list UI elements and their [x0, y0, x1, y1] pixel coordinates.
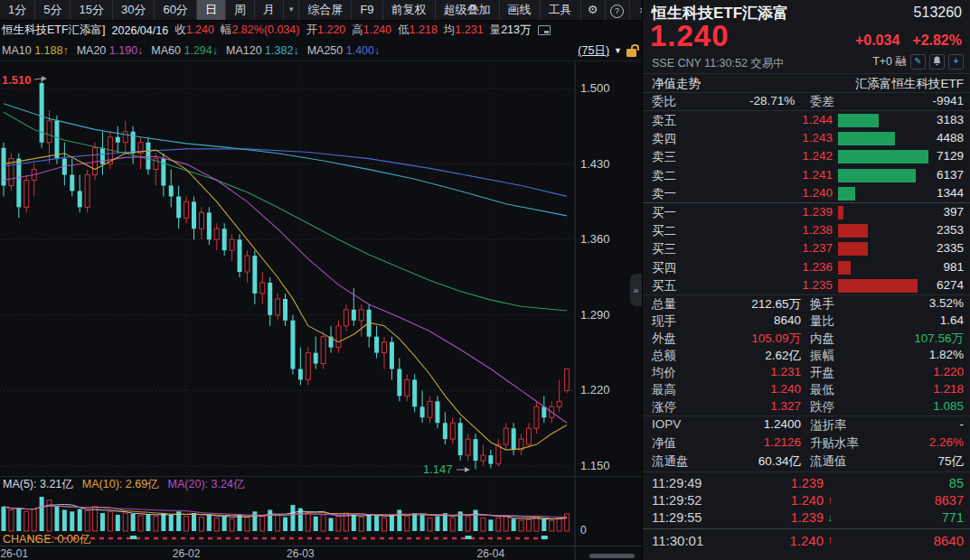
level-qty: 4488 — [937, 131, 964, 145]
field-label: 收 — [174, 23, 186, 36]
volma-label: MA(5): — [3, 478, 40, 490]
period-tab-周[interactable]: 周 — [226, 0, 255, 20]
period-tab-60分[interactable]: 60分 — [155, 0, 196, 20]
menu-综合屏[interactable]: 综合屏 — [299, 0, 352, 20]
unlock-icon[interactable] — [626, 49, 636, 57]
menu-F9[interactable]: F9 — [352, 0, 382, 20]
alert-bell-icon[interactable] — [929, 54, 945, 70]
tick-qty: 771 — [942, 510, 964, 525]
stat-row: 外盘105.09万内盘107.56万 — [643, 330, 970, 347]
field-label: 高 — [352, 23, 363, 36]
weibi-label: 委比 — [652, 94, 676, 110]
ma-value: 1.382↓ — [265, 44, 299, 57]
stat-row: 净值1.2126升贴水率2.26% — [643, 434, 970, 453]
stat-value: 1.64 — [940, 313, 964, 327]
svg-text:0: 0 — [580, 524, 587, 537]
stat-value: 2.62亿 — [697, 348, 801, 364]
level-label: 买三 — [652, 241, 676, 257]
weibi-row: 委比 -28.71% 委差 -9941 — [643, 93, 970, 110]
period-tab-月[interactable]: 月 — [255, 0, 284, 20]
stat-row: 最高1.240最低1.218 — [643, 381, 970, 398]
level-label: 买四 — [652, 260, 676, 276]
period-tab-1分[interactable]: 1分 — [0, 0, 35, 20]
depth-bar — [838, 261, 851, 275]
stat-label: 最高 — [652, 382, 676, 398]
level-price: 1.240 — [751, 186, 833, 200]
level-price: 1.236 — [751, 260, 833, 274]
period-toolbar: 1分5分15分30分60分日周月▾综合屏F9前复权超级叠加画线工具⚙?› — [0, 0, 642, 21]
period-tab-15分[interactable]: 15分 — [71, 0, 112, 20]
field-value: 1.218 — [410, 23, 438, 36]
tick-price: 1.240 — [733, 533, 824, 548]
svg-text:26-04: 26-04 — [477, 547, 505, 560]
help-icon[interactable]: ? — [606, 0, 630, 20]
stat-label: 总量 — [652, 296, 676, 313]
bid-row[interactable]: 买五1.2356274 — [643, 276, 970, 294]
ma-indicator-bar: MA10 1.188↑MA20 1.190↓MA60 1.294↓MA120 1… — [0, 41, 644, 61]
bid-row[interactable]: 买三1.2372335 — [643, 239, 970, 257]
svg-text:1.147: 1.147 — [423, 462, 453, 476]
quote-field-低: 低1.218 — [398, 23, 438, 38]
bid-row[interactable]: 买四1.236981 — [643, 258, 970, 276]
level-price: 1.235 — [751, 278, 833, 292]
ask-row[interactable]: 卖三1.2427129 — [643, 147, 970, 165]
tick-time: 11:29:49 — [652, 476, 702, 490]
menu-前复权[interactable]: 前复权 — [383, 0, 436, 20]
svg-text:26-03: 26-03 — [287, 547, 315, 560]
stat-value: 1.2126 — [697, 435, 801, 449]
nav-trend-link[interactable]: 净值走势 — [652, 76, 701, 92]
chevron-down-icon[interactable]: ▼ — [614, 46, 622, 55]
field-label: 均 — [444, 23, 456, 36]
stat-value: 1.220 — [933, 365, 964, 378]
tick-row: 11:30:011.240↑8640 — [643, 532, 970, 554]
nav-row[interactable]: 净值走势 汇添富恒生科技ETF — [643, 75, 970, 92]
stat-label: 流通值 — [810, 453, 847, 470]
field-label: 低 — [398, 23, 410, 36]
bid-row[interactable]: 买二1.2382353 — [643, 221, 970, 239]
stat-label: 总额 — [652, 348, 676, 364]
horizontal-scrollbar-thumb[interactable] — [589, 554, 635, 558]
svg-text:1.150: 1.150 — [580, 459, 610, 472]
ma-label: MA120 — [226, 44, 265, 57]
range-selector[interactable]: (75日) — [578, 43, 609, 59]
ask-row[interactable]: 卖四1.2434488 — [643, 129, 970, 147]
level-label: 买二 — [652, 223, 676, 239]
stat-label: 升贴水率 — [810, 435, 859, 452]
volma-label: MA(10): — [82, 478, 126, 490]
ask-row[interactable]: 卖五1.2443183 — [643, 111, 970, 129]
menu-超级叠加[interactable]: 超级叠加 — [436, 0, 500, 20]
level-qty: 6274 — [937, 278, 964, 292]
period-tab-日[interactable]: 日 — [197, 0, 226, 20]
period-dropdown-icon[interactable]: ▾ — [284, 0, 300, 20]
stat-label: 现手 — [652, 313, 676, 330]
latest-tick: 11:30:011.240↑8640 — [643, 532, 970, 554]
field-label: 幅 — [221, 23, 232, 36]
stat-value: 1.085 — [933, 399, 964, 413]
panel-collapse-handle[interactable]: » — [630, 274, 642, 306]
weibi-value: -28.71% — [749, 94, 795, 107]
depth-bar — [838, 279, 918, 293]
ask-row[interactable]: 卖一1.2401344 — [643, 184, 970, 202]
stat-value: - — [960, 417, 965, 431]
picture-in-picture-icon[interactable] — [538, 25, 551, 35]
ask-row[interactable]: 卖二1.2416137 — [643, 166, 970, 184]
up-arrow-icon: ↑ — [827, 493, 833, 507]
tag-t0: T+0 融 — [872, 54, 907, 70]
svg-text:26-01: 26-01 — [0, 547, 28, 560]
stat-label: 换手 — [810, 296, 834, 313]
add-icon[interactable]: + — [948, 54, 964, 70]
bid-row[interactable]: 买一1.239397 — [643, 203, 970, 221]
quote-field-幅: 幅2.82%(0.034) — [221, 23, 300, 38]
stat-value: 2.26% — [929, 435, 964, 449]
period-tab-30分[interactable]: 30分 — [113, 0, 155, 20]
stat-row: IOPV1.2400溢折率- — [643, 416, 970, 434]
stat-row: 流通盘60.34亿流通值75亿 — [643, 453, 970, 471]
period-tab-5分[interactable]: 5分 — [35, 0, 71, 20]
level-price: 1.242 — [751, 149, 833, 163]
menu-工具[interactable]: 工具 — [541, 0, 581, 20]
edit-icon[interactable]: ✎ — [910, 54, 926, 70]
quote-info-bar: 恒生科技ETF汇添富] 2026/04/16 收1.240幅2.82%(0.03… — [0, 20, 644, 41]
depth-bar — [838, 169, 916, 182]
gear-icon[interactable]: ⚙ — [581, 0, 606, 20]
menu-画线[interactable]: 画线 — [500, 0, 541, 20]
